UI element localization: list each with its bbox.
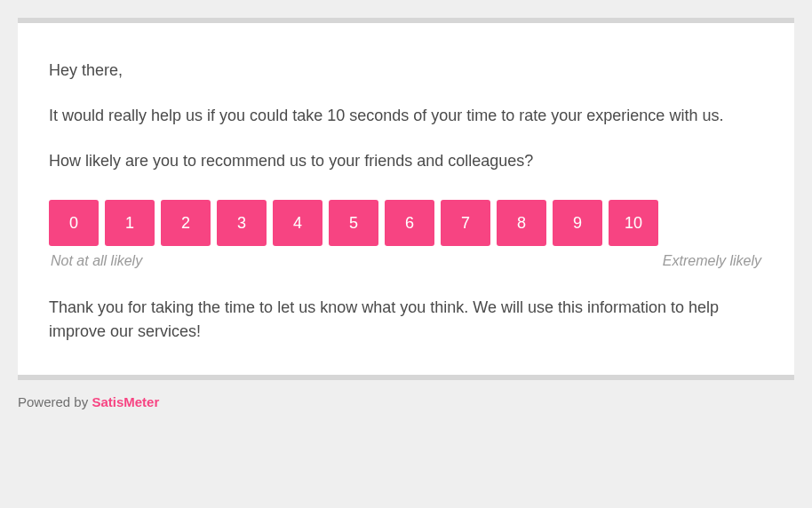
rating-button-8[interactable]: 8 — [497, 200, 546, 246]
rating-button-3[interactable]: 3 — [217, 200, 267, 246]
rating-button-7[interactable]: 7 — [441, 200, 490, 246]
greeting-text: Hey there, — [49, 59, 763, 83]
rating-scale: 0 1 2 3 4 5 6 7 8 9 10 — [49, 200, 763, 246]
question-text: How likely are you to recommend us to yo… — [49, 149, 763, 173]
rating-button-9[interactable]: 9 — [553, 200, 602, 246]
powered-by-label: Powered by — [18, 394, 92, 409]
survey-container: Hey there, It would really help us if yo… — [18, 18, 794, 409]
rating-label-low: Not at all likely — [51, 253, 142, 269]
rating-button-5[interactable]: 5 — [329, 200, 378, 246]
rating-button-6[interactable]: 6 — [385, 200, 434, 246]
rating-button-2[interactable]: 2 — [161, 200, 211, 246]
powered-by-footer: Powered by SatisMeter — [18, 380, 794, 409]
rating-button-4[interactable]: 4 — [273, 200, 322, 246]
powered-by-brand-link[interactable]: SatisMeter — [92, 394, 159, 409]
rating-button-10[interactable]: 10 — [609, 200, 658, 246]
rating-labels-row: Not at all likely Extremely likely — [49, 253, 763, 269]
thanks-text: Thank you for taking the time to let us … — [49, 296, 763, 344]
rating-label-high: Extremely likely — [663, 253, 761, 269]
survey-card: Hey there, It would really help us if yo… — [18, 23, 794, 375]
rating-button-0[interactable]: 0 — [49, 200, 99, 246]
intro-text: It would really help us if you could tak… — [49, 104, 763, 128]
rating-button-1[interactable]: 1 — [105, 200, 155, 246]
